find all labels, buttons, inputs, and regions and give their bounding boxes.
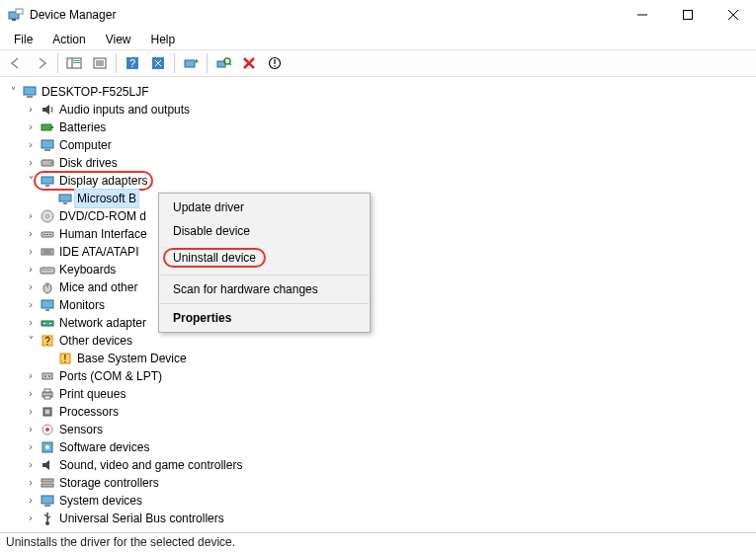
device-tree[interactable]: ˅ DESKTOP-F525LJF › Audio inputs and out… [0,77,756,532]
maximize-button[interactable] [665,0,711,30]
tree-item-mice[interactable]: › Mice and other [6,278,752,296]
tree-item-label: Universal Serial Bus controllers [59,510,224,527]
tree-item-ms-basic-display[interactable]: › Microsoft B [6,190,752,207]
tree-item-computer[interactable]: › Computer [6,136,752,154]
tree-item-keyboards[interactable]: › Keyboards [6,261,752,278]
chevron-right-icon[interactable]: › [24,103,38,117]
chevron-right-icon[interactable]: › [24,209,38,223]
menu-action[interactable]: Action [44,31,93,48]
svg-rect-18 [185,60,195,67]
chevron-right-icon[interactable]: › [24,405,38,419]
tree-item-audio[interactable]: › Audio inputs and outputs [6,101,752,118]
tree-item-base-system-device[interactable]: › ! Base System Device [6,350,752,367]
computer-icon [22,84,38,100]
chevron-right-icon[interactable]: › [24,120,38,134]
chevron-right-icon[interactable]: › [24,138,38,152]
svg-point-63 [44,375,46,377]
properties-button[interactable] [88,52,112,74]
svg-rect-29 [44,149,50,151]
tree-item-batteries[interactable]: › Batteries [6,118,752,136]
tree-item-label: Disk drives [59,154,118,172]
tree-item-other-devices[interactable]: ˅ ? Other devices [6,332,752,350]
svg-rect-33 [45,185,49,187]
tree-item-label: Audio inputs and outputs [59,101,190,118]
forward-button[interactable] [30,52,53,74]
tree-item-hid[interactable]: › Human Interface [6,225,752,243]
minimize-button[interactable] [620,0,665,30]
svg-rect-74 [42,479,53,482]
tree-item-display-adapters[interactable]: ˅ Display adapters [6,172,752,190]
toolbar-separator [207,53,208,73]
scan-hardware-button[interactable] [211,52,235,74]
tree-item-usb[interactable]: › Universal Serial Bus controllers [6,510,752,527]
tree-item-software-devices[interactable]: › Software devices [6,438,752,456]
uninstall-button[interactable] [237,52,261,74]
chevron-right-icon[interactable]: › [24,423,38,436]
context-properties[interactable]: Properties [159,306,370,330]
tree-item-ports[interactable]: › Ports (COM & LPT) [6,367,752,385]
svg-rect-1 [12,19,16,21]
disable-button[interactable] [263,52,287,74]
update-driver-button[interactable] [179,52,203,74]
svg-text:?: ? [44,336,50,347]
chevron-right-icon[interactable]: › [24,316,38,330]
chevron-right-icon[interactable]: › [24,298,38,312]
chevron-down-icon[interactable]: ˅ [24,334,38,348]
svg-rect-27 [51,126,53,128]
tree-item-system-devices[interactable]: › System devices [6,492,752,510]
chevron-right-icon[interactable]: › [24,156,38,170]
toolbar-separator [116,53,117,73]
menubar: File Action View Help [0,30,756,49]
tree-item-monitors[interactable]: › Monitors [6,296,752,314]
tree-item-label: Computer [59,136,112,154]
chevron-right-icon[interactable]: › [24,476,38,490]
svg-text:!: ! [64,354,67,364]
menu-file[interactable]: File [6,31,41,48]
chevron-right-icon[interactable]: › [24,369,38,383]
tree-item-network[interactable]: › Network adapter [6,314,752,332]
show-hide-console-button[interactable] [62,52,86,74]
context-disable-device[interactable]: Disable device [159,219,370,243]
chevron-right-icon[interactable]: › [24,387,38,401]
tree-root[interactable]: ˅ DESKTOP-F525LJF [6,83,752,101]
chevron-right-icon[interactable]: › [24,280,38,294]
context-update-driver[interactable]: Update driver [159,196,370,219]
context-scan-hardware[interactable]: Scan for hardware changes [159,277,370,301]
battery-icon [40,119,55,135]
tree-item-label: Sound, video and game controllers [59,456,242,474]
svg-rect-77 [44,505,50,507]
svg-rect-40 [46,234,48,235]
chevron-right-icon[interactable]: › [24,494,38,508]
svg-rect-28 [42,140,53,148]
chevron-right-icon[interactable]: › [24,263,38,276]
menu-help[interactable]: Help [143,31,184,48]
tree-item-storage-controllers[interactable]: › Storage controllers [6,474,752,492]
close-button[interactable] [711,0,756,30]
svg-rect-2 [16,9,23,14]
tree-item-sensors[interactable]: › Sensors [6,421,752,438]
svg-rect-55 [42,321,53,326]
menu-view[interactable]: View [98,31,139,48]
back-button[interactable] [4,52,28,74]
chevron-right-icon[interactable]: › [24,227,38,241]
tree-item-ide[interactable]: › IDE ATA/ATAPI [6,243,752,261]
computer-icon [40,137,55,153]
tree-item-processors[interactable]: › Processors [6,403,752,421]
tree-item-dvd[interactable]: › DVD/CD-ROM d [6,207,752,225]
tree-item-disk-drives[interactable]: › Disk drives [6,154,752,172]
svg-rect-48 [46,270,47,271]
tree-item-sound[interactable]: › Sound, video and game controllers [6,456,752,474]
help-button[interactable]: ? [121,52,144,74]
chevron-right-icon[interactable]: › [24,458,38,472]
chevron-down-icon[interactable]: ˅ [6,85,20,99]
tree-item-print-queues[interactable]: › Print queues [6,385,752,403]
find-button[interactable] [146,52,170,74]
chevron-right-icon[interactable]: › [24,440,38,454]
svg-rect-69 [45,410,49,414]
chevron-right-icon[interactable]: › [24,245,38,259]
cpu-icon [40,404,55,420]
disk-icon [40,155,55,171]
highlight-ring: Uninstall device [163,248,266,268]
chevron-right-icon[interactable]: › [24,512,38,525]
context-uninstall-device[interactable]: Uninstall device [159,243,370,273]
